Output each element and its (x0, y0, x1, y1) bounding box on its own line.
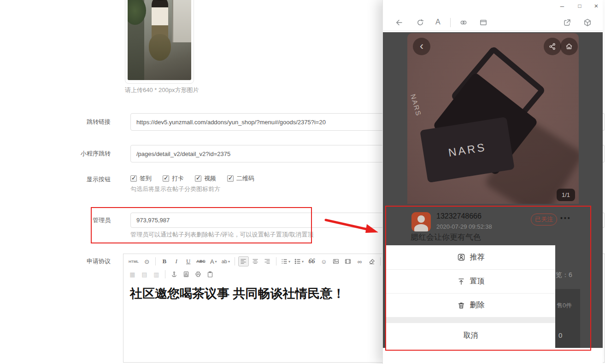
phone-share-button[interactable] (544, 38, 561, 55)
window-close-button[interactable]: × (592, 1, 600, 11)
refresh-icon (416, 18, 424, 27)
display-buttons-label: 显示按钮 (37, 175, 111, 184)
insert-media-button[interactable] (342, 256, 353, 266)
strikethrough-button[interactable]: ABC (195, 256, 207, 266)
underline-button[interactable]: U (183, 256, 194, 266)
back-arrow-icon (395, 18, 403, 27)
post-datetime: 2020-07-29 09:52:38 (436, 223, 492, 230)
admin-users-help: 管理员可以通过帖子列表删除帖子/评论，可以设置帖子置顶/取消置顶 (130, 231, 313, 239)
toolbar-separator (155, 257, 156, 266)
eraser-icon (369, 258, 375, 265)
bold-button[interactable]: B (159, 256, 170, 266)
sold-count-occluded: 售0件 (557, 301, 572, 310)
highlight-button[interactable]: ab▾ (220, 256, 231, 266)
screenshot-root: 请上传640 * 200px方形图片 跳转链接 小程序跳转 显示按钮 签到 打卡… (0, 0, 605, 364)
font-settings-button[interactable]: A (435, 18, 441, 26)
align-center-button[interactable] (250, 256, 261, 266)
checkbox-signin[interactable]: 签到 (130, 174, 152, 183)
html-source-icon: HTML (129, 260, 139, 264)
toolbar-separator (276, 257, 276, 266)
insert-image-button[interactable] (330, 256, 341, 266)
print-icon (195, 271, 201, 277)
window-maximize-button[interactable]: □ (576, 1, 584, 11)
action-cancel[interactable]: 取消 (386, 323, 555, 348)
blockquote-button[interactable]: 66 (306, 256, 317, 266)
emoji-button[interactable]: ☺ (318, 256, 329, 266)
checkbox-checked-icon (227, 175, 234, 182)
anchor-icon (171, 271, 177, 277)
align-right-button[interactable] (262, 256, 273, 266)
chevron-left-icon: ‹ (420, 40, 423, 52)
action-pin-top[interactable]: 置顶 (386, 269, 555, 293)
checkbox-checked-icon (130, 175, 137, 182)
image-pager-badge: 1/1 (557, 189, 575, 201)
toolbar-separator (165, 270, 165, 278)
share-icon (563, 18, 571, 27)
unordered-list-icon (294, 258, 301, 265)
html-source-button[interactable]: HTML (127, 256, 140, 266)
preview-button[interactable]: ⊙ (141, 256, 152, 266)
window-minimize-button[interactable]: – (558, 1, 566, 11)
unordered-list-button[interactable]: ▾ (293, 256, 305, 266)
jump-link-label: 跳转链接 (37, 118, 111, 126)
remove-format-button[interactable] (366, 256, 377, 266)
document-image-icon (183, 271, 189, 277)
print-button[interactable] (193, 269, 203, 279)
banner-photo (128, 0, 191, 80)
italic-button[interactable]: I (171, 256, 182, 266)
paste-button[interactable] (205, 269, 215, 279)
checkbox-qrcode[interactable]: 二维码 (227, 174, 254, 183)
browser-window-icon (479, 18, 488, 27)
ordered-list-icon (281, 258, 288, 265)
share-nodes-icon (548, 42, 557, 51)
action-recommend[interactable]: 推荐 (386, 245, 555, 269)
checkbox-checked-icon (163, 175, 169, 182)
chevron-down-icon: ▾ (215, 260, 217, 264)
post-username: 13232748666 (436, 212, 482, 220)
chevron-down-icon: ▾ (302, 260, 304, 264)
nav-back-button[interactable] (395, 18, 403, 29)
checkbox-punch[interactable]: 打卡 (163, 174, 184, 183)
refresh-button[interactable] (416, 18, 424, 29)
align-center-icon (252, 258, 258, 265)
table-column-button[interactable]: ▥ (151, 269, 162, 279)
trash-icon (457, 301, 465, 310)
checkbox-video[interactable]: 视频 (195, 174, 216, 183)
align-left-button[interactable] (238, 256, 249, 266)
checkbox-punch-label: 打卡 (172, 174, 184, 183)
action-sheet: 推荐 置顶 删除 取消 (386, 245, 555, 348)
views-count-occluded: 览：6 (556, 271, 572, 279)
post-content-text: 腮红会让你更有气色 (411, 232, 481, 243)
insert-link-button[interactable]: ∞ (354, 256, 365, 266)
brand-logo-side: NARS (409, 93, 423, 117)
home-icon (565, 42, 573, 51)
font-color-button[interactable]: A▾ (208, 256, 219, 266)
word-paste-button[interactable] (181, 269, 191, 279)
share-page-button[interactable] (563, 18, 571, 29)
display-buttons-help: 勾选后将显示在帖子分类图标前方 (130, 185, 220, 193)
pin-top-icon (457, 277, 465, 286)
toolbar-bottom-border (382, 30, 603, 31)
avatar[interactable] (411, 212, 431, 231)
align-right-icon (264, 258, 270, 265)
toolbar-separator (235, 257, 235, 266)
table-row-button[interactable]: ▤ (139, 269, 150, 279)
3d-viewer-button[interactable] (583, 18, 592, 29)
font-color-icon: A (210, 258, 214, 265)
checkbox-video-label: 视频 (204, 174, 216, 183)
anchor-button[interactable] (169, 269, 179, 279)
phone-home-button[interactable] (560, 38, 578, 55)
price-occluded: 0 (558, 331, 562, 339)
photo-building (172, 0, 191, 42)
follow-badge[interactable]: 已关注 (531, 214, 557, 225)
media-icon (345, 258, 351, 265)
action-delete[interactable]: 删除 (386, 293, 555, 317)
copy-link-button[interactable] (459, 18, 468, 29)
ordered-list-button[interactable]: ▾ (280, 256, 292, 266)
phone-back-button[interactable]: ‹ (413, 38, 430, 55)
more-options-button[interactable]: ••• (560, 214, 571, 222)
table-insert-button[interactable]: ▦ (127, 269, 138, 279)
display-buttons-group: 签到 打卡 视频 二维码 (130, 174, 254, 183)
browser-panel-button[interactable] (479, 18, 488, 29)
phone-viewport: NARS NARS ‹ 1/1 13232748666 2020-07-29 0… (383, 32, 603, 348)
